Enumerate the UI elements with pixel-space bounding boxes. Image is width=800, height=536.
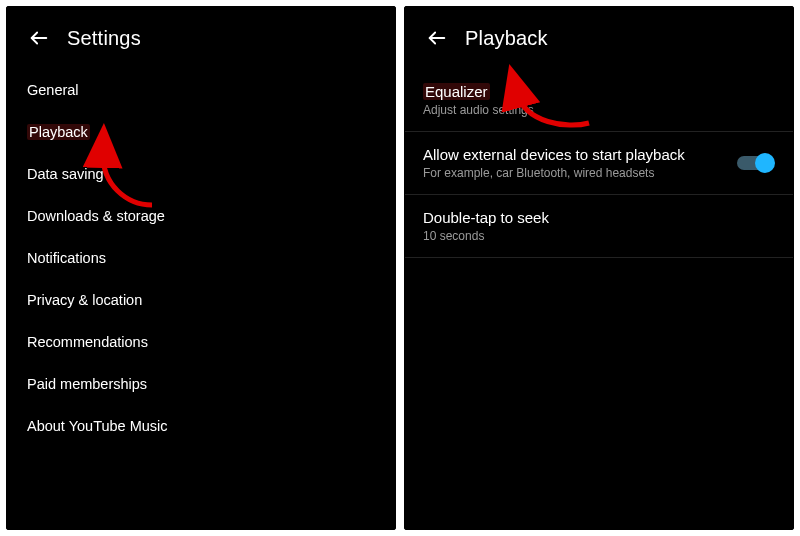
- settings-item-notifications[interactable]: Notifications: [7, 237, 395, 279]
- playback-header: Playback: [405, 7, 793, 61]
- item-primary: Allow external devices to start playback: [423, 146, 725, 163]
- playback-item-allow-external-devices-to-start-playback[interactable]: Allow external devices to start playback…: [405, 132, 793, 195]
- settings-item-label: Downloads & storage: [27, 208, 165, 224]
- settings-item-downloads-storage[interactable]: Downloads & storage: [7, 195, 395, 237]
- settings-item-label: Recommendations: [27, 334, 148, 350]
- settings-item-label: Privacy & location: [27, 292, 142, 308]
- back-button[interactable]: [19, 18, 59, 58]
- back-arrow-icon: [28, 27, 50, 49]
- item-texts: EqualizerAdjust audio settings: [423, 83, 775, 117]
- settings-item-about-youtube-music[interactable]: About YouTube Music: [7, 405, 395, 447]
- settings-item-privacy-location[interactable]: Privacy & location: [7, 279, 395, 321]
- toggle-switch[interactable]: [737, 156, 771, 170]
- settings-item-label: Playback: [27, 124, 90, 140]
- back-button[interactable]: [417, 18, 457, 58]
- item-primary: Double-tap to seek: [423, 209, 775, 226]
- settings-list: GeneralPlaybackData savingDownloads & st…: [7, 61, 395, 447]
- settings-item-label: Data saving: [27, 166, 104, 182]
- settings-item-label: About YouTube Music: [27, 418, 168, 434]
- settings-panel: Settings GeneralPlaybackData savingDownl…: [6, 6, 396, 530]
- back-arrow-icon: [426, 27, 448, 49]
- settings-title: Settings: [67, 27, 141, 50]
- item-secondary: For example, car Bluetooth, wired headse…: [423, 166, 725, 180]
- item-texts: Allow external devices to start playback…: [423, 146, 725, 180]
- item-secondary: Adjust audio settings: [423, 103, 775, 117]
- settings-item-label: Notifications: [27, 250, 106, 266]
- settings-item-data-saving[interactable]: Data saving: [7, 153, 395, 195]
- playback-panel: Playback EqualizerAdjust audio settingsA…: [404, 6, 794, 530]
- settings-item-paid-memberships[interactable]: Paid memberships: [7, 363, 395, 405]
- settings-item-general[interactable]: General: [7, 69, 395, 111]
- settings-item-label: General: [27, 82, 79, 98]
- playback-item-double-tap-to-seek[interactable]: Double-tap to seek10 seconds: [405, 195, 793, 258]
- playback-sections: EqualizerAdjust audio settingsAllow exte…: [405, 61, 793, 258]
- toggle-knob: [755, 153, 775, 173]
- settings-item-playback[interactable]: Playback: [7, 111, 395, 153]
- dual-pane-container: Settings GeneralPlaybackData savingDownl…: [0, 0, 800, 536]
- settings-header: Settings: [7, 7, 395, 61]
- settings-item-recommendations[interactable]: Recommendations: [7, 321, 395, 363]
- playback-item-equalizer[interactable]: EqualizerAdjust audio settings: [405, 69, 793, 132]
- playback-title: Playback: [465, 27, 548, 50]
- item-texts: Double-tap to seek10 seconds: [423, 209, 775, 243]
- item-secondary: 10 seconds: [423, 229, 775, 243]
- settings-item-label: Paid memberships: [27, 376, 147, 392]
- item-primary: Equalizer: [423, 83, 775, 100]
